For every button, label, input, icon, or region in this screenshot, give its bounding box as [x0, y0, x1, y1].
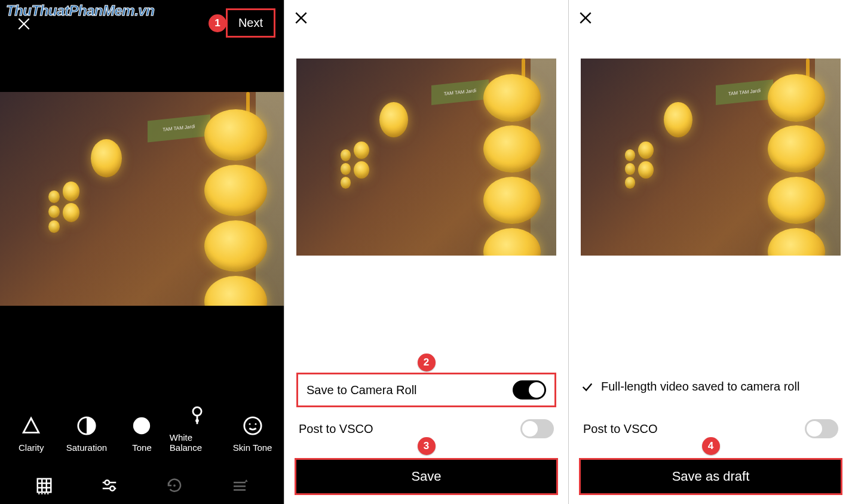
- recipes-icon[interactable]: [229, 475, 250, 496]
- save-to-camera-roll-label: Save to Camera Roll: [307, 383, 417, 397]
- bottom-bar: [0, 472, 284, 499]
- save-as-draft-label: Save as draft: [672, 469, 750, 484]
- history-icon[interactable]: [164, 475, 185, 496]
- step-badge-3: 3: [418, 437, 436, 455]
- editor-screen: ThuThuatPhanMem.vn 1 Next TAM TAM Jardi …: [0, 0, 284, 504]
- filters-grid-icon[interactable]: [34, 475, 54, 496]
- svg-point-20: [105, 480, 110, 485]
- clarity-tool[interactable]: Clarity: [4, 415, 59, 453]
- clarity-label: Clarity: [19, 442, 44, 453]
- saved-confirmation-row: Full-length video saved to camera roll: [581, 380, 841, 394]
- svg-text:S: S: [140, 426, 145, 433]
- svg-point-8: [249, 423, 250, 425]
- post-to-vsco-toggle[interactable]: [520, 419, 554, 438]
- photo-preview: TAM TAM Jardi: [581, 59, 841, 256]
- svg-marker-27: [244, 480, 247, 482]
- svg-point-6: [195, 419, 199, 423]
- skin-tone-icon: [242, 415, 263, 437]
- tone-icon: HS: [131, 415, 152, 437]
- close-button[interactable]: [292, 8, 311, 27]
- skin-tone-label: Skin Tone: [233, 442, 272, 453]
- tone-tool[interactable]: HS Tone: [114, 415, 170, 453]
- check-icon: [581, 380, 594, 394]
- sliders-icon[interactable]: [99, 475, 119, 496]
- close-button[interactable]: [576, 8, 595, 27]
- white-balance-icon: [186, 405, 208, 426]
- svg-point-18: [47, 493, 49, 495]
- post-to-vsco-toggle[interactable]: [805, 419, 838, 438]
- svg-point-15: [38, 493, 40, 495]
- svg-point-23: [173, 484, 176, 487]
- svg-text:H: H: [139, 419, 144, 426]
- saturation-icon: [76, 415, 97, 437]
- saved-confirmation-label: Full-length video saved to camera roll: [601, 380, 799, 394]
- tone-label: Tone: [132, 442, 152, 453]
- next-button-label: Next: [238, 16, 263, 29]
- saturation-label: Saturation: [66, 442, 107, 453]
- save-button-label: Save: [411, 469, 441, 484]
- save-as-draft-button[interactable]: Save as draft: [581, 460, 841, 493]
- svg-point-4: [193, 407, 201, 416]
- svg-point-16: [41, 493, 43, 495]
- save-button[interactable]: Save: [296, 460, 556, 493]
- white-balance-label: White Balance: [170, 432, 225, 453]
- step-badge-4: 4: [702, 437, 720, 455]
- svg-point-22: [110, 486, 115, 491]
- skin-tone-tool[interactable]: Skin Tone: [225, 415, 280, 453]
- step-badge-2: 2: [418, 354, 436, 371]
- save-to-camera-roll-toggle[interactable]: [513, 380, 546, 399]
- watermark: ThuThuatPhanMem.vn: [6, 2, 154, 19]
- svg-rect-10: [38, 479, 51, 493]
- save-screen: TAM TAM Jardi 2 Save to Camera Roll Post…: [284, 0, 568, 504]
- next-button[interactable]: Next: [226, 8, 275, 38]
- step-badge-1: 1: [209, 14, 226, 32]
- edit-tools: Clarity Saturation HS Tone White Balance…: [0, 405, 284, 453]
- photo-preview: TAM TAM Jardi: [0, 92, 284, 306]
- save-draft-screen: TAM TAM Jardi Full-length video saved to…: [568, 0, 852, 504]
- save-to-camera-roll-row: Save to Camera Roll: [296, 373, 556, 407]
- white-balance-tool[interactable]: White Balance: [170, 405, 225, 453]
- svg-point-9: [255, 423, 256, 425]
- photo-preview: TAM TAM Jardi: [296, 59, 556, 256]
- post-to-vsco-row: Post to VSCO: [581, 419, 841, 438]
- saturation-tool[interactable]: Saturation: [59, 415, 115, 453]
- clarity-icon: [20, 415, 42, 437]
- post-to-vsco-row: Post to VSCO: [296, 419, 556, 438]
- post-to-vsco-label: Post to VSCO: [299, 422, 373, 436]
- svg-point-17: [44, 493, 46, 495]
- svg-point-7: [244, 417, 261, 434]
- post-to-vsco-label: Post to VSCO: [583, 422, 658, 436]
